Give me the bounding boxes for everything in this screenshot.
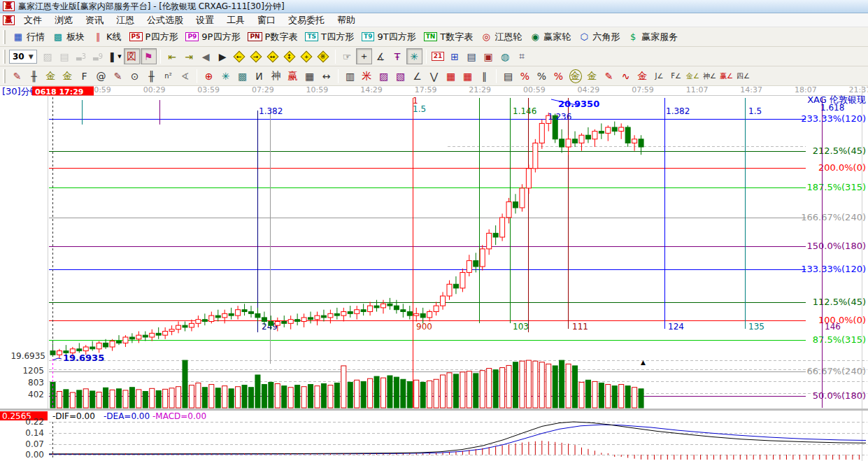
gann-shape-tool[interactable]: 図 bbox=[124, 48, 140, 64]
p-square-button[interactable]: PSP四方形 bbox=[126, 29, 182, 45]
first-page-button[interactable]: ⇤ bbox=[164, 48, 180, 64]
flag-chart-tool[interactable]: ⚑ bbox=[141, 48, 157, 64]
angle-mirror-tool[interactable]: ∢ bbox=[177, 68, 193, 84]
menu-item[interactable]: 资讯 bbox=[79, 13, 110, 27]
zoom-h-button[interactable]: ↔ bbox=[265, 48, 281, 64]
menu-item[interactable]: 江恩 bbox=[110, 13, 141, 27]
width-arrows-tool[interactable]: ↔ bbox=[318, 68, 334, 84]
prev-bar-button[interactable]: ◀ bbox=[198, 48, 214, 64]
win-grid-tool[interactable]: 赢 bbox=[285, 68, 301, 84]
f-angle-tool[interactable]: F∠ bbox=[668, 68, 684, 84]
red-grid-arrow-tool[interactable]: ▦ bbox=[460, 68, 476, 84]
wave-mark-tool[interactable]: И bbox=[251, 68, 267, 84]
next-bar-button[interactable]: ▶ bbox=[215, 48, 231, 64]
angle-lines-tool[interactable]: ∠ bbox=[409, 68, 425, 84]
sectors-button[interactable]: ▩板块 bbox=[49, 29, 88, 45]
gold-circle-tool[interactable]: 金 bbox=[567, 68, 583, 84]
shen-angle-tool[interactable]: 神∠ bbox=[702, 68, 718, 84]
gann-wheel-button[interactable]: ◎江恩轮 bbox=[477, 29, 525, 45]
gold-angle-tool[interactable]: 金∠ bbox=[685, 68, 701, 84]
t-number-table-button[interactable]: TNT数字表 bbox=[420, 29, 477, 45]
calendar-tool[interactable]: 21 bbox=[430, 48, 446, 64]
analysis-tool[interactable]: ✳ bbox=[406, 48, 422, 64]
workstation-tool[interactable]: ⌗ bbox=[514, 48, 530, 64]
fan-box-tool[interactable]: ▧ bbox=[392, 68, 408, 84]
calculator-tool[interactable]: ⊞ bbox=[447, 48, 463, 64]
save-tool[interactable]: ▣ bbox=[481, 48, 497, 64]
web-tool[interactable]: ◍ bbox=[497, 48, 513, 64]
quotes-button[interactable]: ▦行情 bbox=[9, 29, 48, 45]
menu-item[interactable]: 设置 bbox=[190, 13, 220, 27]
gold-red-lines-tool[interactable]: 金 bbox=[634, 68, 650, 84]
fan-purple-tool-icon: ▨ bbox=[379, 71, 388, 82]
fan-rays-tool[interactable]: 米 bbox=[359, 68, 375, 84]
menu-item[interactable]: 文件 bbox=[17, 13, 48, 27]
menu-item[interactable]: 公式选股 bbox=[141, 13, 190, 27]
t-square-button[interactable]: TST四方形 bbox=[301, 29, 357, 45]
bars9-icon[interactable]: ▃9 bbox=[90, 48, 106, 64]
zoom-in-button[interactable]: ＋ bbox=[299, 48, 315, 64]
red-pen-tool[interactable]: ✎ bbox=[601, 68, 617, 84]
zoom-v-button[interactable]: ↕ bbox=[282, 48, 298, 64]
parallel-tool[interactable]: ∥ bbox=[476, 68, 492, 84]
ruler-lines-tool[interactable]: ╫ bbox=[143, 68, 159, 84]
pan-left-button[interactable]: ← bbox=[232, 48, 248, 64]
percent-line-tool[interactable]: % bbox=[517, 68, 533, 84]
pattern-icon[interactable]: ▨ bbox=[40, 48, 56, 64]
f-grid-tool[interactable]: F bbox=[76, 68, 92, 84]
v-dots-tool[interactable]: ⋁ bbox=[426, 68, 442, 84]
n2-grid-tool[interactable]: n² bbox=[160, 68, 176, 84]
zoom-all-button[interactable]: ※ bbox=[315, 48, 332, 64]
si-angle-tool[interactable]: 四∠ bbox=[735, 68, 751, 84]
toolbar-separator bbox=[160, 50, 161, 64]
percent-red-tool[interactable]: % bbox=[550, 68, 567, 84]
notes-tool[interactable]: ▤ bbox=[464, 48, 480, 64]
text-tool[interactable]: Ŧ bbox=[390, 48, 406, 64]
star-grid-tool[interactable]: ✳ bbox=[218, 68, 234, 84]
shen-grid-tool[interactable]: 神 bbox=[268, 68, 284, 84]
gold-lines-tool[interactable]: 金 bbox=[584, 68, 600, 84]
wave-lines-tool[interactable]: ∿ bbox=[618, 68, 634, 84]
pen-grid-tool[interactable]: ✎ bbox=[110, 68, 126, 84]
price-chart-canvas[interactable]: 20:5900:2903:5907:2910:5914:2917:5921:29… bbox=[0, 86, 868, 461]
9p-square-button[interactable]: P99P四方形 bbox=[182, 29, 243, 45]
grid-box-tool[interactable]: ▩ bbox=[234, 68, 250, 84]
pen-tool[interactable]: ✎ bbox=[9, 68, 25, 84]
period-select[interactable]: 30▼ bbox=[9, 50, 37, 64]
fan-purple-tool[interactable]: ▨ bbox=[376, 68, 392, 84]
winner-service-button[interactable]: $赢家服务 bbox=[624, 29, 681, 45]
red-grid-tool[interactable]: ▦ bbox=[443, 68, 459, 84]
hexagon-button[interactable]: ⬡六角形 bbox=[575, 29, 623, 45]
gold-grid-tool[interactable]: 金 bbox=[43, 68, 59, 84]
9t-square-button[interactable]: T99T四方形 bbox=[358, 29, 420, 45]
kline-button[interactable]: ∥K线 bbox=[89, 29, 125, 45]
hand-tool[interactable]: ☞ bbox=[339, 48, 355, 64]
candle-style-select[interactable]: ❚▼ bbox=[107, 48, 123, 64]
menu-item[interactable]: 浏览 bbox=[48, 13, 79, 27]
measure-tool[interactable]: ∡ bbox=[373, 48, 389, 64]
winner-wheel-button[interactable]: ◉赢家轮 bbox=[526, 29, 574, 45]
spiral-tool[interactable]: @ bbox=[93, 68, 109, 84]
clock-circle-tool[interactable]: ⊙ bbox=[127, 68, 143, 84]
grid-123-tool[interactable]: ▦ bbox=[301, 68, 318, 84]
crosshair-tool[interactable]: ＋ bbox=[356, 48, 372, 64]
menu-items: 文件浏览资讯江恩公式选股设置工具窗口交易委托帮助 bbox=[17, 13, 362, 27]
grid-lines-tool[interactable]: ╫ bbox=[26, 68, 42, 84]
hist-compare-tool[interactable]: ▤ bbox=[500, 68, 516, 84]
window-title: 赢家江恩专业版[赢家内部服务平台] - [伦敦银现 CRXAG-111[30]分… bbox=[18, 1, 285, 13]
pan-right-button[interactable]: → bbox=[248, 48, 264, 64]
report-icon[interactable]: ▤ bbox=[57, 48, 73, 64]
win-angle-tool[interactable]: 赢∠ bbox=[718, 68, 734, 84]
menu-item[interactable]: 工具 bbox=[220, 13, 251, 27]
bars3-icon[interactable]: ▃3 bbox=[73, 48, 90, 64]
p-number-table-button[interactable]: PNP数字表 bbox=[244, 29, 301, 45]
menu-item[interactable]: 窗口 bbox=[251, 13, 282, 27]
last-page-button[interactable]: ⇥ bbox=[181, 48, 197, 64]
j-angle-tool[interactable]: J∠ bbox=[651, 68, 667, 84]
gold-grid2-tool[interactable]: 金 bbox=[59, 68, 76, 84]
box-rule-tool[interactable]: ▥ bbox=[342, 68, 358, 84]
menu-item[interactable]: 帮助 bbox=[331, 13, 362, 27]
menu-item[interactable]: 交易委托 bbox=[282, 13, 331, 27]
target-circle-tool[interactable]: ⊕ bbox=[201, 68, 217, 84]
percent-tool[interactable]: % bbox=[534, 68, 550, 84]
